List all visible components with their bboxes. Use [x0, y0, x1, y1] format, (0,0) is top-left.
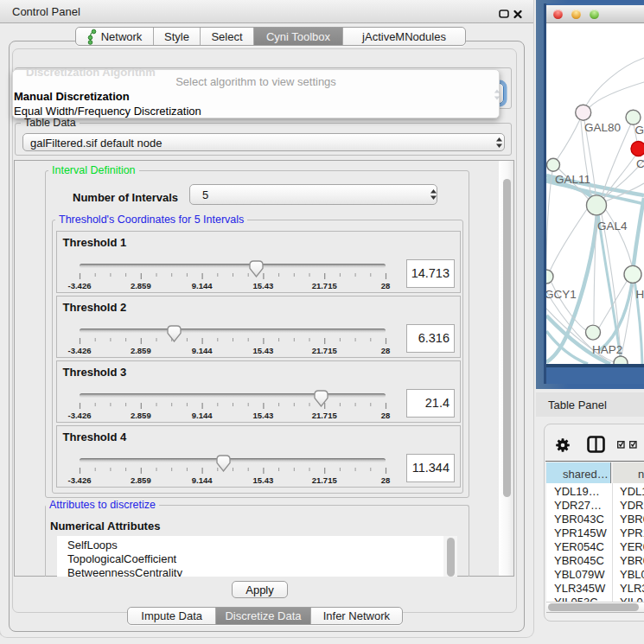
- svg-text:GA: GA: [635, 124, 644, 137]
- svg-text:GAL11: GAL11: [555, 173, 590, 186]
- svg-text:GAL4: GAL4: [597, 220, 628, 233]
- svg-text:C: C: [636, 157, 644, 170]
- svg-text:GCY1: GCY1: [546, 288, 577, 301]
- svg-text:HAP2: HAP2: [592, 343, 622, 356]
- svg-text:GAL80: GAL80: [584, 121, 621, 134]
- svg-text:H: H: [636, 288, 644, 301]
